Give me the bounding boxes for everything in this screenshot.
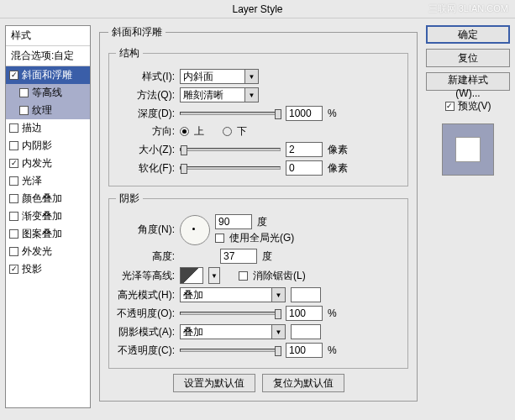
style-checkbox[interactable] (9, 141, 18, 150)
smode-combo[interactable]: ▼ (180, 324, 286, 339)
style-checkbox[interactable] (9, 265, 18, 274)
style-checkbox[interactable] (9, 71, 18, 80)
style-checkbox[interactable] (9, 229, 18, 239)
style-label: 渐变叠加 (22, 209, 62, 223)
shading-group: 阴影 角度(N): 度 使用全局光(G) (108, 192, 408, 369)
style-checkbox[interactable] (9, 212, 18, 221)
antialias-label: 消除锯齿(L) (253, 269, 306, 283)
style-item[interactable]: 外发光 (6, 243, 90, 260)
sopacity-input[interactable] (286, 343, 323, 358)
contour-swatch[interactable] (180, 267, 203, 284)
altitude-label: 高度: (116, 249, 175, 264)
chevron-down-icon[interactable]: ▼ (208, 267, 220, 284)
method-label: 方法(Q): (116, 88, 175, 102)
hmode-label: 高光模式(H): (116, 288, 175, 302)
style-item[interactable]: 光泽 (6, 172, 90, 190)
direction-down-radio[interactable] (223, 127, 232, 136)
style-item[interactable]: 内发光 (6, 155, 90, 172)
soften-label: 软化(F): (116, 161, 175, 176)
new-style-button[interactable]: 新建样式(W)... (426, 72, 510, 91)
soften-input[interactable] (286, 160, 323, 176)
chevron-down-icon[interactable]: ▼ (272, 287, 286, 302)
size-unit: 像素 (328, 143, 348, 157)
style-checkbox[interactable] (19, 106, 29, 115)
style-checkbox[interactable] (9, 176, 18, 186)
blend-options[interactable]: 混合选项:自定 (6, 46, 90, 66)
method-combo[interactable]: ▼ (180, 87, 259, 102)
preview-label: 预览(V) (458, 99, 491, 113)
hopacity-input[interactable] (286, 306, 323, 321)
direction-up-radio[interactable] (180, 127, 189, 136)
soften-slider[interactable] (180, 166, 281, 170)
sopacity-slider[interactable] (180, 349, 281, 352)
method-value[interactable] (180, 87, 245, 102)
antialias-checkbox[interactable] (239, 271, 248, 281)
hmode-value[interactable] (180, 287, 272, 302)
depth-label: 深度(D): (116, 107, 175, 121)
smode-label: 阴影模式(A): (116, 325, 175, 339)
altitude-input[interactable] (220, 249, 257, 264)
style-label: 样式(I): (116, 70, 175, 84)
style-checkbox[interactable] (9, 123, 18, 133)
structure-legend: 结构 (116, 46, 143, 60)
styles-list: 样式 混合选项:自定 斜面和浮雕等高线纹理描边内阴影内发光光泽颜色叠加渐变叠加图… (5, 25, 91, 408)
ok-button[interactable]: 确定 (426, 25, 510, 44)
style-item[interactable]: 纹理 (6, 102, 90, 119)
soften-unit: 像素 (328, 161, 348, 176)
hopacity-slider[interactable] (180, 312, 281, 315)
angle-control[interactable] (180, 215, 210, 245)
style-label: 外发光 (22, 244, 52, 259)
make-default-button[interactable]: 设置为默认值 (173, 374, 255, 392)
bevel-legend: 斜面和浮雕 (108, 25, 166, 39)
depth-unit: % (328, 108, 337, 119)
style-item[interactable]: 内阴影 (6, 137, 90, 155)
style-item[interactable]: 投影 (6, 260, 90, 278)
hmode-combo[interactable]: ▼ (180, 287, 286, 302)
up-label: 上 (194, 124, 204, 139)
highlight-color[interactable] (291, 287, 321, 302)
style-item[interactable]: 等高线 (6, 84, 90, 102)
style-item[interactable]: 斜面和浮雕 (6, 66, 90, 84)
style-item[interactable]: 描边 (6, 119, 90, 137)
style-label: 颜色叠加 (22, 192, 62, 206)
chevron-down-icon[interactable]: ▼ (245, 69, 259, 84)
styles-header: 样式 (6, 26, 90, 46)
size-slider[interactable] (180, 148, 281, 151)
style-checkbox[interactable] (9, 159, 18, 168)
chevron-down-icon[interactable]: ▼ (272, 324, 286, 339)
chevron-down-icon[interactable]: ▼ (245, 87, 259, 102)
window-title: Layer Style (232, 3, 282, 15)
right-panel: 确定 复位 新建样式(W)... 预览(V) (426, 25, 510, 408)
style-label: 投影 (22, 262, 42, 276)
sopacity-label: 不透明度(C): (116, 344, 175, 358)
size-label: 大小(Z): (116, 143, 175, 157)
center-panel: 斜面和浮雕 结构 样式(I): ▼ 方法(Q): ▼ (96, 25, 421, 408)
hopacity-label: 不透明度(O): (116, 307, 175, 321)
size-input[interactable] (286, 142, 323, 157)
style-label: 纹理 (32, 103, 52, 118)
bevel-group: 斜面和浮雕 结构 样式(I): ▼ 方法(Q): ▼ (99, 25, 418, 402)
global-light-checkbox[interactable] (215, 234, 224, 243)
shadow-color[interactable] (291, 324, 321, 339)
watermark: 三联网 3LIAN.COM (428, 3, 508, 15)
angle-input[interactable] (215, 214, 252, 229)
smode-value[interactable] (180, 324, 272, 339)
style-checkbox[interactable] (9, 247, 18, 256)
style-item[interactable]: 图案叠加 (6, 225, 90, 243)
style-checkbox[interactable] (9, 194, 18, 203)
preview-box (442, 123, 494, 176)
cancel-button[interactable]: 复位 (426, 49, 510, 67)
style-label: 内发光 (22, 156, 52, 171)
style-item[interactable]: 渐变叠加 (6, 207, 90, 225)
style-label: 图案叠加 (22, 227, 62, 241)
depth-slider[interactable] (180, 112, 281, 115)
style-checkbox[interactable] (19, 88, 29, 97)
style-value[interactable] (180, 69, 245, 84)
reset-default-button[interactable]: 复位为默认值 (262, 374, 344, 392)
preview-checkbox[interactable] (445, 102, 455, 111)
depth-input[interactable] (286, 106, 323, 121)
style-combo[interactable]: ▼ (180, 69, 259, 84)
contour-label: 光泽等高线: (116, 269, 175, 283)
style-item[interactable]: 颜色叠加 (6, 190, 90, 207)
altitude-unit: 度 (262, 249, 272, 264)
